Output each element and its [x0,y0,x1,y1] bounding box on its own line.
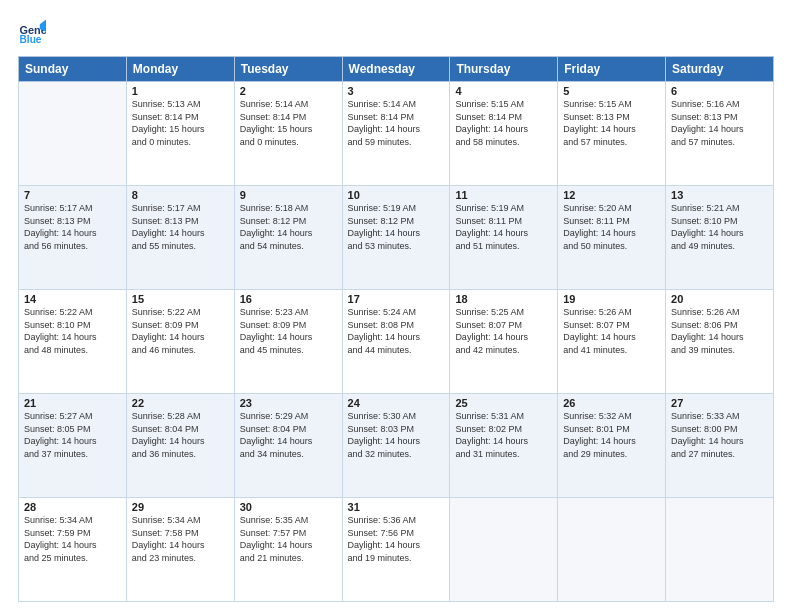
calendar-cell: 19Sunrise: 5:26 AMSunset: 8:07 PMDayligh… [558,290,666,394]
weekday-header-saturday: Saturday [666,57,774,82]
logo: General Blue [18,18,46,46]
calendar-cell: 31Sunrise: 5:36 AMSunset: 7:56 PMDayligh… [342,498,450,602]
day-info: Sunrise: 5:14 AMSunset: 8:14 PMDaylight:… [240,98,337,148]
day-number: 2 [240,85,337,97]
day-number: 15 [132,293,229,305]
day-number: 12 [563,189,660,201]
calendar-cell: 11Sunrise: 5:19 AMSunset: 8:11 PMDayligh… [450,186,558,290]
day-number: 27 [671,397,768,409]
calendar-cell: 27Sunrise: 5:33 AMSunset: 8:00 PMDayligh… [666,394,774,498]
calendar-cell: 29Sunrise: 5:34 AMSunset: 7:58 PMDayligh… [126,498,234,602]
day-number: 9 [240,189,337,201]
calendar-cell: 16Sunrise: 5:23 AMSunset: 8:09 PMDayligh… [234,290,342,394]
day-number: 6 [671,85,768,97]
day-number: 18 [455,293,552,305]
day-info: Sunrise: 5:32 AMSunset: 8:01 PMDaylight:… [563,410,660,460]
calendar-cell: 21Sunrise: 5:27 AMSunset: 8:05 PMDayligh… [19,394,127,498]
calendar-cell: 4Sunrise: 5:15 AMSunset: 8:14 PMDaylight… [450,82,558,186]
weekday-header-thursday: Thursday [450,57,558,82]
day-info: Sunrise: 5:23 AMSunset: 8:09 PMDaylight:… [240,306,337,356]
day-number: 11 [455,189,552,201]
calendar-table: SundayMondayTuesdayWednesdayThursdayFrid… [18,56,774,602]
page-header: General Blue [18,18,774,46]
calendar-cell [19,82,127,186]
day-number: 5 [563,85,660,97]
calendar-cell [450,498,558,602]
day-info: Sunrise: 5:14 AMSunset: 8:14 PMDaylight:… [348,98,445,148]
day-info: Sunrise: 5:33 AMSunset: 8:00 PMDaylight:… [671,410,768,460]
day-info: Sunrise: 5:15 AMSunset: 8:14 PMDaylight:… [455,98,552,148]
day-info: Sunrise: 5:19 AMSunset: 8:11 PMDaylight:… [455,202,552,252]
weekday-header-tuesday: Tuesday [234,57,342,82]
weekday-header-monday: Monday [126,57,234,82]
calendar-cell: 1Sunrise: 5:13 AMSunset: 8:14 PMDaylight… [126,82,234,186]
day-number: 21 [24,397,121,409]
day-info: Sunrise: 5:34 AMSunset: 7:58 PMDaylight:… [132,514,229,564]
day-number: 8 [132,189,229,201]
calendar-cell: 6Sunrise: 5:16 AMSunset: 8:13 PMDaylight… [666,82,774,186]
calendar-cell: 3Sunrise: 5:14 AMSunset: 8:14 PMDaylight… [342,82,450,186]
day-info: Sunrise: 5:15 AMSunset: 8:13 PMDaylight:… [563,98,660,148]
day-info: Sunrise: 5:26 AMSunset: 8:07 PMDaylight:… [563,306,660,356]
day-number: 7 [24,189,121,201]
weekday-header-row: SundayMondayTuesdayWednesdayThursdayFrid… [19,57,774,82]
day-info: Sunrise: 5:22 AMSunset: 8:09 PMDaylight:… [132,306,229,356]
day-number: 3 [348,85,445,97]
day-number: 31 [348,501,445,513]
calendar-cell: 25Sunrise: 5:31 AMSunset: 8:02 PMDayligh… [450,394,558,498]
calendar-cell: 24Sunrise: 5:30 AMSunset: 8:03 PMDayligh… [342,394,450,498]
day-info: Sunrise: 5:34 AMSunset: 7:59 PMDaylight:… [24,514,121,564]
calendar-cell: 17Sunrise: 5:24 AMSunset: 8:08 PMDayligh… [342,290,450,394]
day-number: 19 [563,293,660,305]
day-number: 16 [240,293,337,305]
day-info: Sunrise: 5:25 AMSunset: 8:07 PMDaylight:… [455,306,552,356]
calendar-cell: 14Sunrise: 5:22 AMSunset: 8:10 PMDayligh… [19,290,127,394]
day-info: Sunrise: 5:29 AMSunset: 8:04 PMDaylight:… [240,410,337,460]
day-number: 1 [132,85,229,97]
day-number: 29 [132,501,229,513]
calendar-cell: 18Sunrise: 5:25 AMSunset: 8:07 PMDayligh… [450,290,558,394]
day-number: 4 [455,85,552,97]
day-number: 10 [348,189,445,201]
day-info: Sunrise: 5:30 AMSunset: 8:03 PMDaylight:… [348,410,445,460]
day-number: 23 [240,397,337,409]
day-info: Sunrise: 5:16 AMSunset: 8:13 PMDaylight:… [671,98,768,148]
day-info: Sunrise: 5:22 AMSunset: 8:10 PMDaylight:… [24,306,121,356]
day-number: 28 [24,501,121,513]
calendar-cell: 8Sunrise: 5:17 AMSunset: 8:13 PMDaylight… [126,186,234,290]
day-info: Sunrise: 5:27 AMSunset: 8:05 PMDaylight:… [24,410,121,460]
calendar-cell: 23Sunrise: 5:29 AMSunset: 8:04 PMDayligh… [234,394,342,498]
day-info: Sunrise: 5:20 AMSunset: 8:11 PMDaylight:… [563,202,660,252]
calendar-cell: 22Sunrise: 5:28 AMSunset: 8:04 PMDayligh… [126,394,234,498]
calendar-cell: 20Sunrise: 5:26 AMSunset: 8:06 PMDayligh… [666,290,774,394]
calendar-cell: 30Sunrise: 5:35 AMSunset: 7:57 PMDayligh… [234,498,342,602]
calendar-week-row: 7Sunrise: 5:17 AMSunset: 8:13 PMDaylight… [19,186,774,290]
day-info: Sunrise: 5:26 AMSunset: 8:06 PMDaylight:… [671,306,768,356]
day-info: Sunrise: 5:31 AMSunset: 8:02 PMDaylight:… [455,410,552,460]
calendar-cell: 12Sunrise: 5:20 AMSunset: 8:11 PMDayligh… [558,186,666,290]
day-number: 20 [671,293,768,305]
day-number: 25 [455,397,552,409]
calendar-cell: 13Sunrise: 5:21 AMSunset: 8:10 PMDayligh… [666,186,774,290]
day-info: Sunrise: 5:17 AMSunset: 8:13 PMDaylight:… [24,202,121,252]
day-info: Sunrise: 5:17 AMSunset: 8:13 PMDaylight:… [132,202,229,252]
calendar-cell: 26Sunrise: 5:32 AMSunset: 8:01 PMDayligh… [558,394,666,498]
logo-icon: General Blue [18,18,46,46]
day-info: Sunrise: 5:13 AMSunset: 8:14 PMDaylight:… [132,98,229,148]
day-info: Sunrise: 5:24 AMSunset: 8:08 PMDaylight:… [348,306,445,356]
day-info: Sunrise: 5:18 AMSunset: 8:12 PMDaylight:… [240,202,337,252]
calendar-cell: 10Sunrise: 5:19 AMSunset: 8:12 PMDayligh… [342,186,450,290]
day-info: Sunrise: 5:21 AMSunset: 8:10 PMDaylight:… [671,202,768,252]
day-number: 14 [24,293,121,305]
calendar-cell [666,498,774,602]
calendar-cell: 5Sunrise: 5:15 AMSunset: 8:13 PMDaylight… [558,82,666,186]
weekday-header-sunday: Sunday [19,57,127,82]
day-number: 24 [348,397,445,409]
calendar-cell: 7Sunrise: 5:17 AMSunset: 8:13 PMDaylight… [19,186,127,290]
day-number: 26 [563,397,660,409]
weekday-header-friday: Friday [558,57,666,82]
calendar-cell: 15Sunrise: 5:22 AMSunset: 8:09 PMDayligh… [126,290,234,394]
day-info: Sunrise: 5:36 AMSunset: 7:56 PMDaylight:… [348,514,445,564]
day-number: 13 [671,189,768,201]
calendar-cell [558,498,666,602]
